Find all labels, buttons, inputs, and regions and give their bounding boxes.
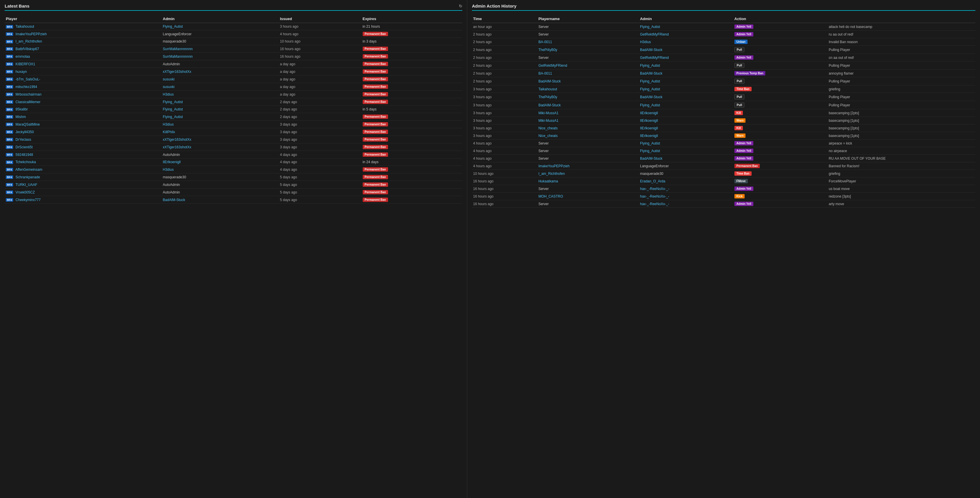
refresh-icon[interactable]: ↻ — [459, 4, 462, 8]
player-link[interactable]: 95kalibr — [16, 107, 28, 111]
admin-link[interactable]: susuxki — [163, 85, 175, 89]
admin-link[interactable]: IlErlkoenigll — [640, 119, 658, 123]
admin-link[interactable]: Flying_Autist — [640, 141, 660, 145]
player-link[interactable]: AffenGemeinsam — [16, 167, 43, 172]
action-cell: Kick — [733, 193, 828, 200]
player-link[interactable]: BA-0011 — [538, 72, 552, 75]
admin-link[interactable]: Flying_Autist — [163, 24, 183, 29]
admin-link[interactable]: IlErlkoenigll — [163, 160, 181, 164]
reason-cell: us boat move — [828, 185, 975, 193]
perm-ban-badge: Permanent Ban — [363, 100, 388, 104]
player-link[interactable]: Tchekchouka — [16, 160, 36, 164]
player-link[interactable]: TURKI_UAAF — [16, 183, 37, 187]
player-link[interactable]: Taikahousut — [16, 24, 34, 29]
admin-link[interactable]: BadAIM-Stuck — [640, 156, 662, 161]
perm-ban-badge: Permanent Ban — [363, 197, 388, 202]
reason-cell: Banned for Racism! — [828, 162, 975, 170]
admin-link[interactable]: Eradan_O_Arda — [640, 179, 665, 183]
player-link[interactable]: Hukaatkama — [538, 179, 558, 183]
player-link[interactable]: ImakeYouPEPPzieh — [538, 164, 570, 168]
admin-link[interactable]: Flying_Autist — [640, 87, 660, 91]
player-link[interactable]: Jeckyll4350 — [16, 130, 34, 134]
player-link[interactable]: mitschko1994 — [16, 85, 37, 89]
admin-link[interactable]: IlErlkoenigll — [640, 134, 658, 138]
action-badge: Pull — [734, 94, 745, 99]
admin-link[interactable]: IlErlkoenigll — [640, 126, 658, 130]
action-badge: Pull — [734, 79, 745, 84]
player-link[interactable]: BadAIM-Stuck — [538, 103, 561, 107]
admin-link[interactable]: BadAIM-Stuck — [163, 198, 185, 202]
admin-link[interactable]: Flying_Autist — [640, 103, 660, 107]
admin-link[interactable]: Flying_Autist — [640, 64, 660, 68]
admin-link[interactable]: Flying_Autist — [163, 100, 183, 104]
admin-link[interactable]: xXTiger163shotXx — [163, 145, 191, 149]
player-link[interactable]: MOH_CASTRO — [538, 194, 563, 199]
admin-link[interactable]: Flying_Autist — [163, 107, 183, 111]
player-link[interactable]: ClassicalMemer — [16, 100, 40, 104]
admin-link[interactable]: Flying_Autist — [640, 25, 660, 29]
admin-link[interactable]: KillPhilx — [163, 130, 175, 134]
player-link[interactable]: Nice_cheats — [538, 134, 558, 138]
admin-link[interactable]: H3dius — [640, 40, 651, 44]
admin-link[interactable]: hax-_-ReeNoXx-_- — [640, 187, 669, 191]
player-link[interactable]: Taikahousut — [538, 87, 557, 91]
admin-link[interactable]: hax-_-ReeNoXx-_- — [640, 194, 669, 199]
admin-link[interactable]: Flying_Autist — [640, 149, 660, 153]
admin-link[interactable]: xXTiger163shotXx — [163, 138, 191, 142]
admin-cell: AutoAdmin — [162, 60, 279, 68]
player-link[interactable]: Mishm — [16, 115, 25, 119]
player-link[interactable]: BadAIM-Stuck — [538, 79, 561, 83]
player-link[interactable]: Schrankpanade — [16, 175, 40, 179]
admin-cell: susuxki — [162, 75, 279, 83]
player-link[interactable]: Cheekyminx777 — [16, 198, 40, 202]
issued-cell: 3 days ago — [279, 136, 361, 143]
admin-link[interactable]: H3dius — [163, 92, 173, 97]
admin-link[interactable]: susuxki — [163, 77, 175, 81]
player-link[interactable]: GetRektMyFRiend — [538, 64, 567, 68]
admin-link[interactable]: GetRektMyFRiend — [640, 56, 669, 60]
player-link[interactable]: BatbfV8sksp67 — [16, 47, 39, 51]
player-link[interactable]: Vrsek005CZ — [16, 190, 35, 194]
player-link[interactable]: 592481948 — [16, 153, 33, 157]
admin-link[interactable]: BadAIM-Stuck — [640, 72, 662, 75]
player-link[interactable]: BA-0011 — [538, 40, 552, 44]
player-link[interactable]: ThePl4yB0y — [538, 48, 557, 52]
player-link[interactable]: DrScienti5t — [16, 145, 33, 149]
player-link[interactable]: huxayn — [16, 70, 27, 74]
player-link[interactable]: DrYeclass — [16, 138, 31, 142]
player-link[interactable]: Miki-MussA1 — [538, 119, 558, 123]
admin-link[interactable]: H3dius — [163, 123, 173, 126]
player-cell: BF4 Mrbosschairman — [5, 91, 162, 98]
admin-link[interactable]: H3dius — [163, 167, 173, 172]
player-link[interactable]: emmolaa — [16, 54, 30, 59]
admin-cell: xXTiger163shotXx — [162, 68, 279, 75]
admin-link[interactable]: IlErlkoenigll — [640, 111, 658, 115]
admin-link[interactable]: Flying_Autist — [640, 79, 660, 83]
col-time: Time — [472, 15, 537, 23]
table-row: BF4 592481948 AutoAdmin4 days agoPermane… — [5, 151, 462, 159]
admin-link[interactable]: SurrMaMannnnnnn — [163, 54, 193, 59]
player-link[interactable]: -bTm_SalsOuL- — [16, 77, 40, 81]
admin-link[interactable]: Flying_Autist — [163, 115, 183, 119]
admin-link[interactable]: BadAIM-Stuck — [640, 48, 662, 52]
player-link[interactable]: ImakeYouPEPPzieh — [16, 32, 47, 36]
admin-text: masquerade30 — [163, 175, 186, 179]
admin-link[interactable]: BadAIM-Stuck — [640, 95, 662, 99]
expires-cell: Permanent Ban — [361, 45, 462, 53]
player-link[interactable]: I_am_Richthofen — [538, 172, 565, 176]
admin-link[interactable]: SurrMaMannnnnnn — [163, 47, 193, 51]
time-cell: 2 hours ago — [472, 70, 537, 77]
admin-link[interactable]: xXTiger163shotXx — [163, 70, 191, 74]
admin-link[interactable]: GetRektMyFRiend — [640, 32, 669, 37]
player-link[interactable]: Mrbosschairman — [16, 92, 41, 97]
issued-cell: 2 days ago — [279, 98, 361, 106]
action-cell: FMove — [733, 177, 828, 185]
player-link[interactable]: ThePl4yB0y — [538, 95, 557, 99]
table-row: an hour agoServerFlying_Autist Admin Yel… — [472, 23, 975, 30]
admin-link[interactable]: hax-_-ReeNoXx-_- — [640, 202, 669, 206]
player-link[interactable]: Miki-MussA1 — [538, 111, 558, 115]
player-link[interactable]: MaraQSaltMine — [16, 123, 40, 126]
player-link[interactable]: KIBERFOX1 — [16, 62, 35, 66]
player-link[interactable]: I_am_Richthofen — [16, 39, 42, 43]
player-link[interactable]: Nice_cheats — [538, 126, 558, 130]
